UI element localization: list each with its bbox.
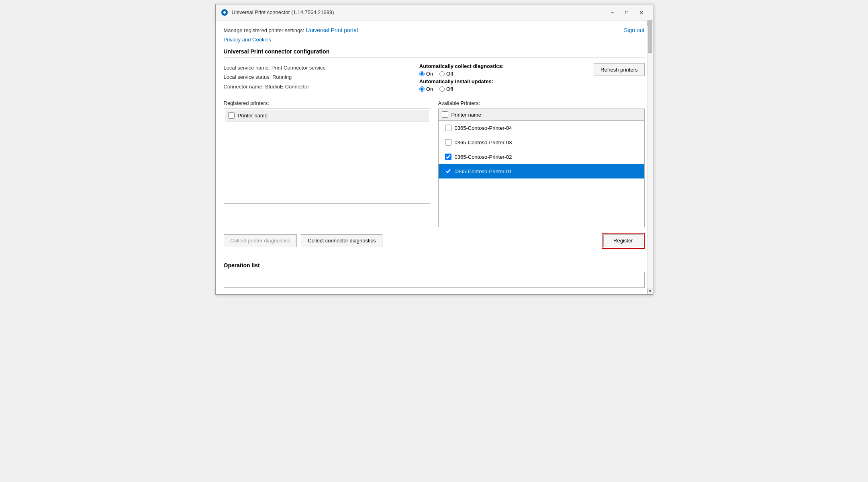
register-button-wrapper: Register [602, 233, 644, 249]
config-right: Automatically collect diagnostics: On Of… [419, 63, 645, 92]
diagnostics-label: Automatically collect diagnostics: [419, 63, 594, 69]
app-icon [221, 8, 229, 16]
updates-section: Automatically install updates: On Off [419, 78, 594, 92]
scrollbar-arrow-down[interactable]: ▼ [647, 289, 653, 294]
diagnostics-radio-group: On Off [419, 71, 594, 77]
service-name: Local service name: Print Connector serv… [224, 63, 411, 72]
connector-name: Connector name: StudioE-Connector [224, 82, 411, 91]
refresh-printers-button[interactable]: Refresh printers [594, 63, 644, 76]
config-right-top: Automatically collect diagnostics: On Of… [419, 63, 645, 92]
collect-printer-diagnostics-button[interactable]: Collect printer diagnostics [224, 234, 297, 247]
diagnostics-on-label[interactable]: On [419, 71, 433, 77]
printer-03-checkbox[interactable] [445, 139, 451, 146]
service-status: Local service status: Running [224, 72, 411, 82]
window-title: Universal Print connector (1.14.7564.216… [232, 9, 334, 15]
sign-out-link[interactable]: Sign out [624, 27, 644, 33]
printer-row[interactable]: 0365-Contoso-Printer-02 [439, 150, 644, 164]
content-area: Manage registered printer settings: Univ… [216, 21, 653, 294]
available-printers-spacer [438, 178, 644, 227]
available-select-all-checkbox[interactable] [442, 111, 448, 118]
available-printers-label: Available Printers: [438, 100, 645, 106]
printer-row-selected[interactable]: 0365-Contoso-Printer-01 [439, 164, 644, 178]
registered-printers-column: Registered printers: Printer name [224, 100, 430, 227]
registered-printers-empty [225, 122, 429, 203]
scrollbar-thumb[interactable] [648, 21, 652, 53]
diagnostics-off-label[interactable]: Off [439, 71, 453, 77]
available-printers-header: Printer name [439, 109, 644, 121]
section-title: Universal Print connector configuration [224, 48, 645, 57]
diagnostics-on-radio[interactable] [419, 71, 425, 76]
privacy-cookies-link[interactable]: Privacy and Cookies [224, 37, 645, 43]
updates-off-label[interactable]: Off [439, 86, 453, 92]
updates-off-radio[interactable] [439, 86, 445, 92]
manage-text: Manage registered printer settings: [224, 27, 304, 33]
titlebar-left: Universal Print connector (1.14.7564.216… [221, 8, 334, 16]
printer-04-checkbox[interactable] [445, 125, 451, 131]
diagnostics-section: Automatically collect diagnostics: On Of… [419, 63, 594, 92]
updates-label: Automatically install updates: [419, 78, 594, 84]
diagnostics-off-radio[interactable] [439, 71, 445, 76]
config-area: Local service name: Print Connector serv… [224, 63, 645, 92]
printer-01-checkbox[interactable] [445, 168, 451, 174]
main-window: Universal Print connector (1.14.7564.216… [215, 4, 653, 295]
available-printers-body: 0365-Contoso-Printer-04 0365-Contoso-Pri… [438, 121, 644, 227]
printers-area: Registered printers: Printer name [224, 100, 645, 227]
config-left: Local service name: Print Connector serv… [224, 63, 411, 92]
printer-row[interactable]: 0365-Contoso-Printer-04 [439, 121, 644, 135]
scrollbar-track: ▲ ▼ [647, 21, 653, 294]
titlebar-controls: – □ ✕ [606, 7, 648, 18]
manage-line: Manage registered printer settings: Univ… [224, 27, 358, 33]
svg-point-1 [223, 11, 226, 14]
titlebar: Universal Print connector (1.14.7564.216… [216, 4, 653, 21]
register-button[interactable]: Register [603, 234, 643, 247]
registered-printers-header: Printer name [225, 110, 429, 121]
operation-list-title: Operation list [224, 262, 645, 269]
close-button[interactable]: ✕ [635, 7, 648, 18]
updates-radio-group: On Off [419, 86, 594, 92]
registered-printers-body [225, 122, 429, 203]
collect-connector-diagnostics-button[interactable]: Collect connector diagnostics [301, 234, 382, 247]
printer-02-checkbox[interactable] [445, 154, 451, 160]
printer-row[interactable]: 0365-Contoso-Printer-03 [439, 135, 644, 150]
top-bar: Manage registered printer settings: Univ… [224, 27, 645, 33]
minimize-button[interactable]: – [606, 7, 619, 18]
registered-printers-table: Printer name [224, 109, 430, 204]
buttons-area: Collect printer diagnostics Collect conn… [224, 233, 645, 249]
left-buttons: Collect printer diagnostics Collect conn… [224, 234, 383, 247]
available-printers-table: Printer name 0365-Contoso-Printer-04 [438, 109, 645, 227]
operation-section: Operation list [224, 257, 645, 288]
registered-select-all-checkbox[interactable] [228, 112, 235, 119]
maximize-button[interactable]: □ [621, 7, 633, 18]
updates-on-radio[interactable] [419, 86, 425, 92]
updates-on-label[interactable]: On [419, 86, 433, 92]
portal-link[interactable]: Universal Print portal [306, 27, 358, 33]
operation-list-box [224, 272, 645, 288]
available-printers-column: Available Printers: Printer name [438, 100, 645, 227]
registered-printers-label: Registered printers: [224, 100, 430, 106]
